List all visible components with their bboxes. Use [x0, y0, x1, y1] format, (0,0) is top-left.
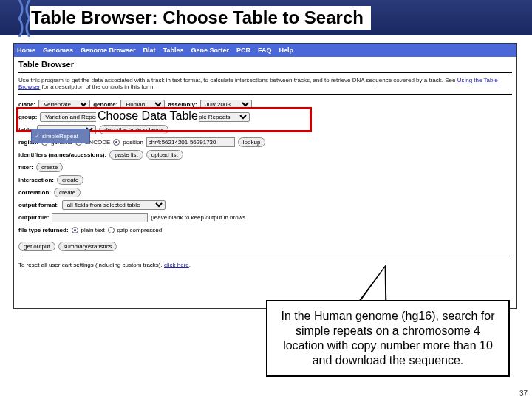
row-correlation: correlation: create — [18, 187, 512, 197]
label-output-format: output format: — [18, 202, 59, 208]
radio-plain-text[interactable] — [72, 227, 78, 233]
label-group: group: — [18, 114, 37, 120]
row-clade: clade: Vertebrate genome: Human assembly… — [18, 99, 512, 109]
check-icon: ✓ — [35, 133, 40, 140]
nav-gene-sorter[interactable]: Gene Sorter — [191, 47, 229, 54]
select-assembly[interactable]: July 2003 — [200, 100, 252, 109]
table-dropdown-popup[interactable]: ✓ simpleRepeat — [31, 129, 90, 143]
create-filter-button[interactable]: create — [36, 163, 63, 172]
label-file-type: file type returned: — [18, 227, 69, 233]
navbar: Home Genomes Genome Browser Blat Tables … — [14, 44, 516, 57]
reset-post: . — [189, 262, 191, 268]
reset-text: To reset all user cart settings (includi… — [14, 257, 516, 273]
label-region-position: position — [123, 139, 143, 146]
output-file-hint: (leave blank to keep output in brows — [151, 214, 245, 221]
row-output-file: output file: (leave blank to keep output… — [18, 212, 512, 222]
label-plain-text: plain text — [81, 227, 105, 233]
paste-list-button[interactable]: paste list — [109, 150, 143, 160]
row-filter: filter: create — [18, 162, 512, 172]
label-clade: clade: — [18, 101, 35, 108]
get-output-button[interactable]: get output — [18, 242, 55, 251]
row-group: group: Variation and Repeats track: Simp… — [18, 112, 512, 122]
divider-2 — [18, 94, 512, 95]
intro-text: Use this program to get the data associa… — [14, 74, 516, 93]
slide-number: 37 — [519, 389, 528, 398]
output-file-input[interactable] — [52, 213, 148, 222]
label-output-file: output file: — [18, 214, 49, 221]
row-file-type: file type returned: plain text gzip comp… — [18, 225, 512, 235]
row-intersection: intersection: create — [18, 174, 512, 185]
upload-list-button[interactable]: upload list — [146, 150, 183, 160]
lookup-button[interactable]: lookup — [238, 137, 266, 147]
label-genome: genome: — [93, 101, 117, 108]
speech-bubble: In the Human genome (hg16), search for s… — [266, 300, 510, 377]
row-table: table: describe table schema — [18, 124, 512, 134]
label-gzip: gzip compressed — [117, 227, 162, 233]
radio-position[interactable] — [113, 139, 120, 146]
intro-pre: Use this program to get the data associa… — [18, 77, 457, 83]
popup-item[interactable]: simpleRepeat — [42, 133, 78, 140]
row-output-format: output format: all fields from selected … — [18, 200, 512, 210]
summary-button[interactable]: summary/statistics — [58, 242, 117, 251]
label-filter: filter: — [18, 164, 33, 171]
divider — [18, 72, 512, 73]
describe-schema-button[interactable]: describe table schema — [99, 125, 168, 134]
row-submit: get output summary/statistics — [18, 241, 512, 251]
reset-link[interactable]: click here — [164, 262, 189, 268]
label-assembly: assembly: — [168, 101, 197, 108]
table-browser-screenshot: Home Genomes Genome Browser Blat Tables … — [13, 43, 517, 309]
nav-blat[interactable]: Blat — [143, 47, 156, 54]
label-identifiers: identifiers (names/accessions): — [18, 151, 106, 158]
nav-help[interactable]: Help — [279, 47, 293, 54]
nav-faq[interactable]: FAQ — [258, 47, 272, 54]
nav-genomes[interactable]: Genomes — [43, 47, 73, 54]
select-genome[interactable]: Human — [120, 100, 165, 109]
slide-title: Table Browser: Choose Table to Search — [30, 6, 371, 30]
nav-home[interactable]: Home — [17, 47, 35, 54]
select-output-format[interactable]: all fields from selected table — [62, 200, 166, 210]
intro-post: for a description of the controls in thi… — [40, 83, 154, 90]
row-identifiers: identifiers (names/accessions): paste li… — [18, 149, 512, 160]
position-input[interactable] — [146, 137, 235, 147]
create-correlation-button[interactable]: create — [54, 188, 81, 197]
form-area: clade: Vertebrate genome: Human assembly… — [14, 95, 516, 255]
radio-gzip[interactable] — [108, 227, 115, 233]
nav-genome-browser[interactable]: Genome Browser — [81, 47, 136, 54]
nav-pcr[interactable]: PCR — [236, 47, 250, 54]
reset-pre: To reset all user cart settings (includi… — [18, 262, 164, 268]
callout-label: Choose Data Table — [96, 109, 200, 123]
label-correlation: correlation: — [18, 189, 51, 196]
row-region: region: genome ENCODE position lookup — [18, 137, 512, 147]
create-intersection-button[interactable]: create — [57, 175, 83, 185]
select-clade[interactable]: Vertebrate — [38, 100, 90, 109]
divider-3 — [18, 256, 512, 256]
nav-tables[interactable]: Tables — [163, 47, 184, 54]
label-intersection: intersection: — [18, 177, 54, 183]
page-heading: Table Browser — [14, 57, 516, 72]
